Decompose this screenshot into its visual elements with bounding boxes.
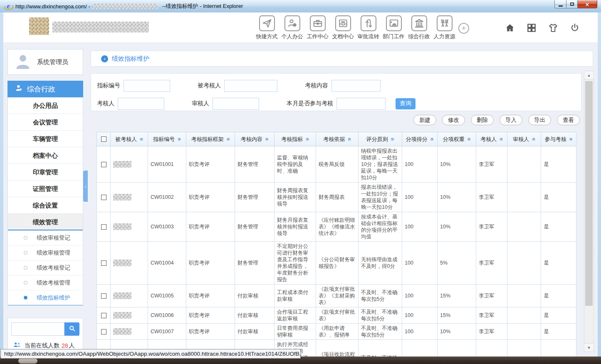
action-button[interactable]: 导出 [528,115,551,125]
filter-input[interactable] [124,80,170,92]
action-bar: 新建修改删除导入导出查看 [91,115,580,125]
theme-shirt-icon[interactable] [548,22,559,35]
power-icon[interactable] [569,22,580,35]
person-icon [15,84,27,94]
topbar-app-item[interactable]: 快捷方式 [254,15,279,40]
sidebar-item[interactable]: 会议管理 [8,114,83,131]
sidebar-subitem[interactable]: 绩效审核管理 [8,245,83,260]
action-button[interactable]: 删除 [471,115,494,125]
minimize-button[interactable] [554,0,566,8]
filter-input[interactable] [118,98,164,110]
row-checkbox[interactable] [101,162,106,167]
topbar-app-item[interactable]: 工作中心 [305,15,330,40]
sort-menu-icon[interactable]: ≡ [467,136,471,142]
sidebar-collapse-button[interactable]: ‹ [83,171,88,202]
select-all-checkbox[interactable] [101,136,106,142]
sort-menu-icon[interactable]: ≡ [265,136,269,142]
vertical-scrollbar[interactable]: ▲ ▼ [584,71,594,352]
sidebar-section-header[interactable]: 综合行政 [7,81,83,97]
column-header[interactable]: 审核人≡ [507,132,541,146]
sort-menu-icon[interactable]: ≡ [532,136,535,142]
table-row: CW01002职责考评财务管理财务周报表复核并按时报送领导财务周报表报表出现错误… [97,183,576,212]
sort-menu-icon[interactable]: ≡ [178,136,181,142]
sidebar-subitem[interactable]: 绩效指标维护 [8,290,83,305]
sidebar-item[interactable]: 绩效管理 [8,214,83,230]
filter-input[interactable] [213,98,259,110]
filter-label: 指标编号 [97,82,120,89]
filter-input[interactable] [336,98,386,110]
row-checkbox[interactable] [101,224,106,230]
chevron-left-icon: ‹ [85,184,87,189]
column-header[interactable]: 考核人≡ [476,132,507,146]
scrollbar-thumb[interactable] [585,81,593,306]
redacted-title-text [92,4,158,9]
sidebar-item[interactable]: 综合设置 [8,197,83,214]
topbar-app-item[interactable]: 人力资源 [432,15,457,40]
sort-menu-icon[interactable]: ≡ [140,136,143,142]
sort-menu-icon[interactable]: ≡ [569,136,573,142]
filter-input[interactable] [224,80,277,92]
window-titlebar: e http://www.dlxinchengoa.com/ - --绩效指标维… [0,0,601,12]
row-checkbox[interactable] [101,293,106,299]
sidebar-subitem[interactable]: 绩效考核登记 [8,260,83,275]
page-title: 绩效指标维护 [112,55,149,63]
row-checkbox[interactable] [101,260,106,266]
action-button[interactable]: 新建 [413,115,436,125]
more-apps-button[interactable]: + [458,23,469,34]
bank-icon [411,15,427,31]
sort-menu-icon[interactable]: ≡ [306,136,309,142]
topbar-app-item[interactable]: 个人办公 [279,15,305,40]
cell-assessor: 李卫军 [476,324,507,340]
sidebar-item[interactable]: 办公用品 [8,97,83,114]
topbar-app-item[interactable]: 综合行政 [406,15,432,40]
maximize-icon [570,2,574,6]
bullet-icon [24,251,27,255]
scroll-up-button[interactable]: ▲ [584,71,594,79]
column-header[interactable]: 分项权重≡ [438,132,476,146]
column-header[interactable]: 被考核人≡ [111,132,148,146]
column-header[interactable]: 分项得分≡ [402,132,438,146]
close-button[interactable]: × [578,0,597,8]
topbar-app-item[interactable]: 文档中心 [330,15,356,40]
sort-menu-icon[interactable]: ≡ [227,136,230,142]
column-header[interactable]: 评分原则≡ [359,132,402,146]
action-button[interactable]: 查看 [557,115,580,125]
cell-principle: 按成本会计、基础会计相应指标的分项得分的平均值 [359,212,402,242]
column-header[interactable]: 考核内容≡ [235,132,275,146]
sort-menu-icon[interactable]: ≡ [348,136,351,142]
row-checkbox[interactable] [101,313,106,318]
topbar-app-item[interactable]: 部门工作 [381,15,406,40]
table-row: CW01001职责考评财务管理监督、审核纳税申报的及时、准确税务局反馈纳税申报报… [97,146,576,183]
sidebar-search-button[interactable] [64,322,79,336]
sidebar-search-input[interactable] [11,322,64,336]
apps-grid-icon[interactable] [526,22,537,35]
sort-menu-icon[interactable]: ≡ [430,136,434,142]
scroll-down-button[interactable]: ▼ [584,343,594,352]
column-header[interactable]: 考核指标≡ [275,132,316,146]
topbar-app-label: 快捷方式 [256,33,278,40]
sidebar-subitem[interactable]: 绩效审核登记 [8,230,83,245]
column-header[interactable]: 考核指标框架≡ [186,132,235,146]
sidebar-item[interactable]: 印章管理 [8,164,83,181]
sidebar-subitem-label: 绩效考核登记 [37,264,70,272]
query-button[interactable]: 查询 [396,98,416,109]
sidebar-item[interactable]: 车辆管理 [8,131,83,147]
filter-input[interactable] [331,80,381,92]
sidebar-item[interactable]: 证照管理 [8,181,83,197]
home-icon[interactable] [505,22,515,35]
column-header[interactable]: 参与考核≡ [541,132,576,146]
sort-menu-icon[interactable]: ≡ [391,136,394,142]
row-checkbox[interactable] [101,329,106,334]
column-header[interactable]: 考核依据≡ [316,132,359,146]
action-button[interactable]: 修改 [442,115,465,125]
sidebar-item[interactable]: 档案中心 [8,147,83,164]
examinee-name-redacted [113,292,131,299]
cell-score: 100 [402,307,438,324]
maximize-button[interactable] [566,0,578,8]
action-button[interactable]: 导入 [500,115,522,125]
sort-menu-icon[interactable]: ≡ [500,136,503,142]
topbar-app-item[interactable]: 审批流转 [356,15,381,40]
column-header[interactable]: 指标编号≡ [148,132,186,146]
row-checkbox[interactable] [101,195,106,200]
sidebar-subitem[interactable]: 绩效考核管理 [8,275,83,290]
